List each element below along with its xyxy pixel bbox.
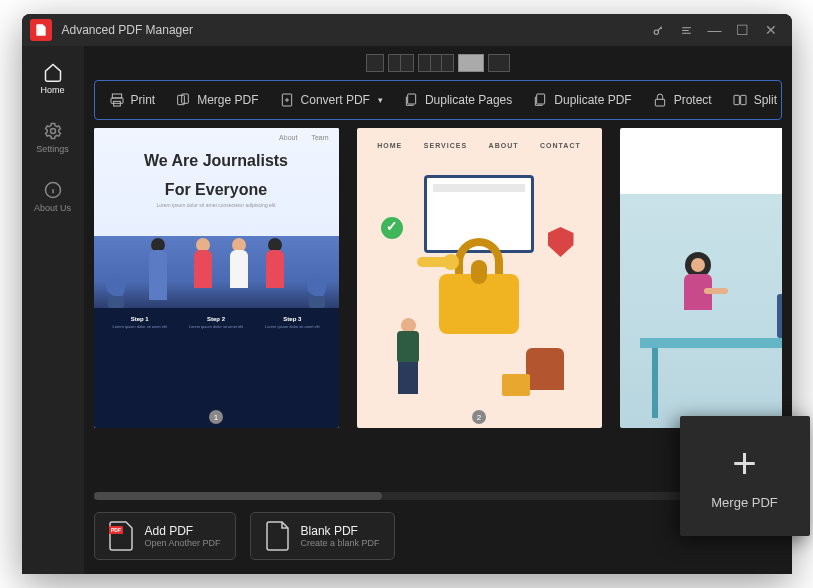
close-button[interactable]: ✕ — [758, 17, 784, 43]
sidebar: Home Settings About Us — [22, 46, 84, 574]
lock-icon — [652, 92, 668, 108]
view-grid[interactable] — [458, 54, 484, 72]
toolbar: Print Merge PDF Convert PDF ▾ Duplicate … — [94, 80, 782, 120]
svg-point-0 — [654, 29, 658, 33]
svg-text:PDF: PDF — [111, 527, 121, 533]
sidebar-label: About Us — [34, 203, 71, 213]
sidebar-item-about[interactable]: About Us — [22, 174, 84, 219]
sidebar-label: Settings — [36, 144, 69, 154]
toolbar-label: Split — [754, 93, 777, 107]
svg-point-1 — [50, 129, 55, 134]
toolbar-label: Protect — [674, 93, 712, 107]
action-subtitle: Create a blank PDF — [301, 538, 380, 548]
convert-button[interactable]: Convert PDF ▾ — [271, 86, 391, 114]
duplicate-pages-button[interactable]: Duplicate Pages — [395, 86, 520, 114]
toolbar-label: Duplicate PDF — [554, 93, 631, 107]
protect-button[interactable]: Protect — [644, 86, 720, 114]
svg-rect-10 — [537, 94, 545, 104]
thumb-nav-item: SERVICES — [424, 142, 467, 149]
thumb-nav-item: HOME — [377, 142, 402, 149]
thumb-nav-item: ABOUT — [489, 142, 519, 149]
blank-pdf-button[interactable]: Blank PDF Create a blank PDF — [250, 512, 395, 560]
svg-rect-13 — [740, 95, 745, 104]
view-mode-bar — [84, 46, 792, 80]
step-title: Step 2 — [189, 316, 243, 322]
floating-merge-panel[interactable]: + Merge PDF — [680, 416, 810, 536]
step-desc: Lorem ipsum dolor sit amet elit — [189, 324, 243, 329]
toolbar-label: Print — [131, 93, 156, 107]
sidebar-item-settings[interactable]: Settings — [22, 115, 84, 160]
action-title: Add PDF — [145, 524, 221, 538]
view-two-up[interactable] — [388, 54, 414, 72]
step-desc: Lorem ipsum dolor sit amet elit — [265, 324, 319, 329]
action-subtitle: Open Another PDF — [145, 538, 221, 548]
step-desc: Lorem ipsum dolor sit amet elit — [112, 324, 166, 329]
thumb-headline: For Everyone — [104, 180, 329, 199]
thumb-nav-item: CONTACT — [540, 142, 581, 149]
floating-merge-label: Merge PDF — [711, 495, 777, 510]
view-wide[interactable] — [488, 54, 510, 72]
app-title: Advanced PDF Manager — [62, 23, 646, 37]
app-window: Advanced PDF Manager — ☐ ✕ Home Settings… — [22, 14, 792, 574]
page-thumbnail-1[interactable]: About Team We Are Journalists For Everyo… — [94, 128, 339, 428]
minimize-button[interactable]: — — [702, 17, 728, 43]
gear-icon — [43, 121, 63, 141]
svg-rect-3 — [112, 94, 121, 98]
menu-icon[interactable] — [674, 17, 700, 43]
merge-button[interactable]: Merge PDF — [167, 86, 266, 114]
page-number-badge: 1 — [209, 410, 223, 424]
step-title: Step 3 — [265, 316, 319, 322]
duplicate-pages-icon — [403, 92, 419, 108]
page-number-badge: 2 — [472, 410, 486, 424]
convert-icon — [279, 92, 295, 108]
thumb-nav-item: About — [279, 134, 297, 141]
home-icon — [43, 62, 63, 82]
thumb-nav-item: Team — [311, 134, 328, 141]
info-icon — [43, 180, 63, 200]
toolbar-label: Convert PDF — [301, 93, 370, 107]
view-single[interactable] — [366, 54, 384, 72]
svg-rect-4 — [111, 98, 123, 103]
svg-rect-11 — [655, 99, 664, 106]
pdf-file-icon: PDF — [109, 521, 135, 551]
action-title: Blank PDF — [301, 524, 380, 538]
blank-file-icon — [265, 521, 291, 551]
app-logo-icon — [30, 19, 52, 41]
sidebar-item-home[interactable]: Home — [22, 56, 84, 101]
print-icon — [109, 92, 125, 108]
view-three-up[interactable] — [418, 54, 454, 72]
key-icon[interactable] — [646, 17, 672, 43]
step-title: Step 1 — [112, 316, 166, 322]
add-pdf-button[interactable]: PDF Add PDF Open Another PDF — [94, 512, 236, 560]
duplicate-pdf-button[interactable]: Duplicate PDF — [524, 86, 639, 114]
toolbar-label: Merge PDF — [197, 93, 258, 107]
plus-icon: + — [732, 443, 757, 485]
maximize-button[interactable]: ☐ — [730, 17, 756, 43]
thumb-headline: We Are Journalists — [104, 151, 329, 170]
svg-rect-9 — [408, 94, 416, 104]
chevron-down-icon: ▾ — [378, 95, 383, 105]
svg-rect-12 — [734, 95, 739, 104]
split-icon — [732, 92, 748, 108]
toolbar-label: Duplicate Pages — [425, 93, 512, 107]
merge-icon — [175, 92, 191, 108]
page-thumbnail-3[interactable]: Consectetuer — [620, 128, 782, 428]
print-button[interactable]: Print — [101, 86, 164, 114]
sidebar-label: Home — [40, 85, 64, 95]
horizontal-scrollbar[interactable] — [94, 492, 782, 500]
thumb-subtitle: Lorem ipsum dolor sit amet consectetur a… — [104, 202, 329, 208]
page-thumbnails[interactable]: About Team We Are Journalists For Everyo… — [94, 128, 782, 488]
split-button[interactable]: Split — [724, 86, 782, 114]
duplicate-pdf-icon — [532, 92, 548, 108]
page-thumbnail-2[interactable]: HOME SERVICES ABOUT CONTACT — [357, 128, 602, 428]
titlebar: Advanced PDF Manager — ☐ ✕ — [22, 14, 792, 46]
